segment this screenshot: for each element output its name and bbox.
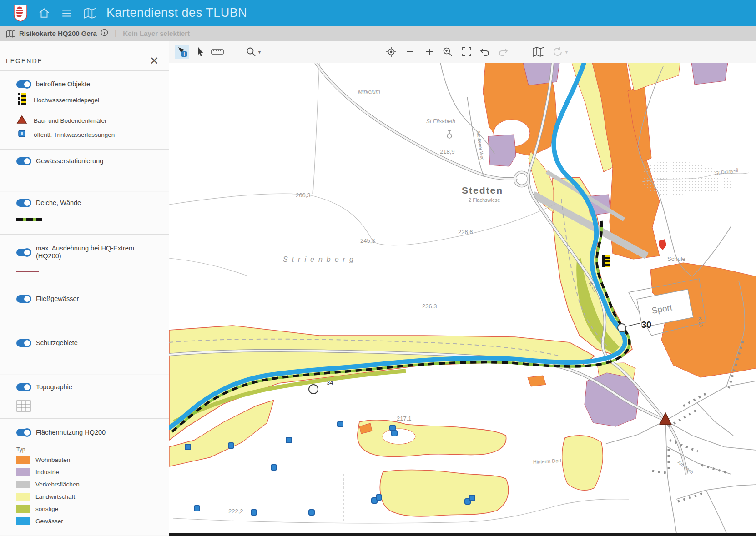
toggle-switch[interactable]: [16, 199, 31, 207]
toggle-switch[interactable]: [16, 383, 31, 391]
class-industrie: Industrie: [16, 468, 59, 476]
separator: |: [115, 29, 116, 38]
class-landwirtschaft: Landwirtschaft: [16, 492, 75, 501]
select-cursor-tool[interactable]: [194, 45, 208, 59]
station-marker-30[interactable]: [618, 323, 640, 332]
stream-line-swatch: [16, 316, 39, 316]
close-icon[interactable]: ✕: [150, 55, 159, 67]
toggle-switch[interactable]: [16, 339, 31, 347]
max-extent-line-swatch: [16, 271, 39, 272]
drinking-water-icon: [16, 130, 27, 139]
flood-gauge-marker[interactable]: [602, 255, 610, 267]
sonstige-swatch: [16, 505, 30, 513]
class-verkehrsflaechen: Verkehrsflächen: [16, 480, 80, 488]
divider: [0, 418, 169, 419]
toggle-switch[interactable]: [16, 157, 31, 165]
grid-icon: [16, 400, 31, 414]
basemap-tool[interactable]: [531, 45, 546, 59]
legend-panel: LEGENDE ✕ betroffene Objekte Hochwasserm…: [0, 41, 169, 536]
stipple-area: [642, 161, 731, 196]
chevron-down-icon: ▼: [257, 50, 262, 55]
svg-text:245,3: 245,3: [360, 237, 375, 244]
map-icon[interactable]: [84, 7, 96, 19]
layer-toggle-gewaesserstationierung[interactable]: Gewässerstationierung: [16, 157, 103, 165]
svg-text:Hinterm Dorf: Hinterm Dorf: [533, 458, 562, 465]
map-toolbar: i ▼: [169, 41, 756, 63]
svg-text:2 Flachswiese: 2 Flachswiese: [469, 197, 500, 203]
home-icon[interactable]: [38, 7, 50, 19]
toggle-switch[interactable]: [16, 429, 31, 436]
flood-gauge-icon: [16, 92, 27, 108]
undo-button[interactable]: [478, 45, 492, 59]
app-title: Kartendienst des TLUBN: [106, 6, 247, 20]
divider: [0, 286, 169, 286]
dike-line-swatch: [16, 215, 42, 224]
svg-text:St Elisabeth: St Elisabeth: [426, 118, 455, 125]
redo-button[interactable]: [496, 45, 510, 59]
zoom-out-button[interactable]: [403, 45, 418, 59]
toolbar-divider: [517, 44, 517, 60]
svg-text:222,2: 222,2: [228, 508, 243, 515]
gewaesser-swatch: [16, 517, 30, 525]
layer-toggle-deiche-waende[interactable]: Deiche, Wände: [16, 199, 81, 207]
svg-text:Stedtener Weg: Stedtener Weg: [476, 130, 485, 161]
legend-item-denkmal: Bau- und Bodendenkmäler: [16, 115, 107, 126]
layer-toggle-flaechennutzung[interactable]: Flächennutzung HQ200: [16, 429, 106, 436]
divider: [0, 535, 169, 536]
legend-title: LEGENDE: [6, 57, 43, 65]
class-wohnbauten: Wohnbauten: [16, 456, 70, 464]
map-context-bar: Risikokarte HQ200 Gera | Kein Layer sele…: [0, 26, 756, 41]
legend-item-trinkwasser: öffentl. Trinkwasserfassungen: [16, 130, 115, 139]
layer-toggle-schutzgebiete[interactable]: Schutzgebiete: [16, 339, 78, 347]
class-gewaesser: Gewässer: [16, 517, 63, 525]
geolocation-tool[interactable]: ▼: [550, 45, 570, 59]
svg-text:St.Dionysii: St.Dionysii: [715, 167, 739, 176]
verkehrsflaechen-swatch: [16, 481, 30, 488]
full-extent-tool[interactable]: [459, 45, 474, 59]
legend-item-pegel: Hochwassermeldepegel: [16, 92, 99, 108]
industrie-swatch: [16, 468, 30, 476]
wohnbauten-swatch: [16, 456, 30, 464]
svg-text:218,9: 218,9: [440, 148, 455, 155]
toggle-switch[interactable]: [16, 80, 31, 88]
divider: [0, 331, 169, 331]
red-building-mark: [659, 239, 666, 250]
toggle-switch[interactable]: [16, 295, 31, 303]
svg-text:Mirkelum: Mirkelum: [358, 89, 380, 95]
landwirtschaft-swatch: [16, 493, 30, 501]
thuringia-coat-of-arms: [14, 5, 27, 22]
menu-icon[interactable]: [61, 7, 73, 19]
layer-toggle-betroffene-objekte[interactable]: betroffene Objekte: [16, 80, 90, 88]
current-map-title: Risikokarte HQ200 Gera: [19, 30, 97, 37]
monument-triangle-icon: [16, 115, 27, 126]
svg-text:34: 34: [327, 379, 333, 386]
svg-text:Stedten: Stedten: [462, 185, 503, 195]
church-symbol: [447, 130, 452, 138]
info-icon[interactable]: [101, 29, 108, 38]
layer-toggle-fliessgewaesser[interactable]: Fließgewässer: [16, 295, 79, 303]
map-canvas[interactable]: Stedten 2 Flachswiese Strienberg Mirkelu…: [169, 63, 756, 533]
toolbar-divider: [230, 44, 230, 60]
layer-toggle-max-ausdehnung[interactable]: max. Ausdehnung bei HQ-Extrem (HQ200): [16, 245, 150, 260]
svg-text:i: i: [184, 52, 185, 57]
app-header: Kartendienst des TLUBN: [0, 0, 756, 26]
svg-text:Strienberg: Strienberg: [283, 255, 358, 263]
svg-text:30: 30: [641, 320, 651, 330]
toggle-switch[interactable]: [16, 249, 31, 256]
map-small-icon: [6, 30, 15, 38]
station-marker-34[interactable]: [309, 385, 318, 394]
chevron-down-icon: ▼: [564, 50, 569, 55]
measure-tool[interactable]: [210, 45, 225, 59]
info-cursor-tool[interactable]: i: [175, 45, 189, 59]
layer-toggle-topographie[interactable]: Topographie: [16, 383, 72, 391]
svg-text:266,3: 266,3: [296, 192, 311, 199]
zoom-in-button[interactable]: [422, 45, 437, 59]
locate-tool[interactable]: [384, 45, 398, 59]
zoom-box-tool[interactable]: [440, 45, 455, 59]
divider: [0, 191, 169, 192]
search-tool[interactable]: ▼: [242, 45, 266, 59]
divider: [0, 234, 169, 235]
typ-label: Typ: [16, 446, 25, 453]
svg-text:226,6: 226,6: [458, 229, 473, 235]
divider: [0, 70, 169, 71]
